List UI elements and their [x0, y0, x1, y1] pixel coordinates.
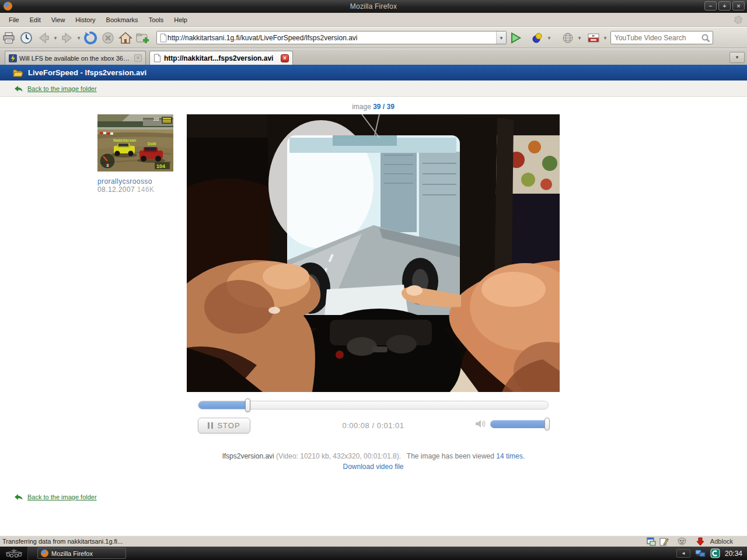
search-input[interactable] — [615, 34, 700, 42]
home-icon[interactable] — [118, 30, 133, 46]
minimize-button[interactable]: − — [704, 1, 717, 10]
thumbnail-image[interactable]: 3 Nakkitarzan DoN 2/2 104 — [97, 114, 173, 172]
gallery-header: LiveForSpeed - lfsps2version.avi — [0, 65, 747, 80]
address-input[interactable] — [167, 34, 496, 42]
taskbar-button-label: Mozilla Firefox — [51, 550, 93, 557]
menu-bar: File Edit View History Bookmarks Tools H… — [0, 13, 747, 27]
tab-list-dropdown-icon[interactable] — [729, 52, 745, 63]
menu-tools[interactable]: Tools — [144, 14, 169, 26]
status-text: Transferring data from nakkitartsani.1g.… — [2, 538, 647, 545]
image-counter: image 39 / 39 — [187, 103, 560, 111]
adblock-icon[interactable] — [696, 537, 704, 546]
thumb-speed-text: 104 — [156, 163, 165, 169]
globe-dropdown-icon[interactable] — [577, 32, 582, 44]
thumbnail-date: 08.12.2007 — [97, 186, 135, 194]
page-favicon — [153, 54, 161, 62]
extension-orbs-icon[interactable] — [530, 30, 545, 46]
add-folder-icon[interactable] — [135, 30, 151, 46]
tab-video-page[interactable]: http://nakkitart...fsps2version.avi — [149, 51, 293, 65]
greasemonkey-icon[interactable] — [677, 537, 687, 546]
video-frame-image — [187, 114, 560, 392]
folder-icon — [13, 69, 23, 77]
firefox-logo-icon — [4, 2, 12, 10]
back-to-folder-link[interactable]: Back to the image folder — [27, 85, 97, 92]
speaker-icon[interactable] — [475, 419, 487, 429]
window-status-icon[interactable] — [647, 537, 656, 546]
viewed-times-link[interactable]: 14 times. — [496, 452, 525, 460]
thumbnail-block: 3 Nakkitarzan DoN 2/2 104 prorallycsroos… — [97, 114, 179, 194]
go-icon[interactable] — [508, 30, 523, 46]
tab-close-icon[interactable] — [134, 54, 142, 62]
tray-clock: 20:34 — [725, 550, 742, 558]
back-dropdown-icon[interactable] — [53, 32, 58, 44]
forum-favicon — [9, 54, 17, 62]
tab-title: http://nakkitart...fsps2version.avi — [164, 54, 278, 62]
extension-dropdown-icon[interactable] — [546, 32, 552, 44]
image-counter-value: 39 / 39 — [373, 103, 395, 111]
menu-edit[interactable]: Edit — [25, 14, 46, 26]
back-arrow-icon — [14, 494, 23, 501]
volume-slider[interactable] — [490, 420, 549, 428]
forward-dropdown-icon[interactable] — [76, 32, 82, 44]
taskbar-firefox-button[interactable]: Mozilla Firefox — [37, 548, 126, 559]
close-button[interactable]: × — [732, 1, 745, 10]
page-icon — [159, 33, 167, 43]
menu-file[interactable]: File — [4, 14, 25, 26]
video-progress-bar[interactable] — [198, 401, 549, 410]
file-info-line: lfsps2version.avi (Video: 10210 kb, 432x… — [128, 452, 619, 460]
stop-icon[interactable] — [100, 30, 116, 46]
menu-help[interactable]: Help — [169, 14, 193, 26]
download-line: Download video file — [187, 463, 560, 471]
edit-pencil-icon[interactable] — [659, 537, 669, 546]
adblock-label[interactable]: Adblock — [710, 538, 743, 545]
thumb-lap-text: 2/2 — [153, 117, 159, 121]
back-to-folder-link-bottom[interactable]: Back to the image folder — [27, 494, 97, 501]
start-button[interactable] — [0, 547, 28, 560]
address-dropdown-icon[interactable] — [496, 32, 506, 44]
search-bar[interactable] — [610, 31, 713, 44]
video-progress-fill — [198, 401, 247, 409]
image-counter-label: image — [352, 103, 371, 111]
menu-history[interactable]: History — [70, 14, 100, 26]
volume-control — [475, 419, 549, 429]
menu-bookmarks[interactable]: Bookmarks — [101, 14, 144, 26]
thumbnail-meta: 08.12.2007 146K — [97, 186, 179, 194]
thumb-player1-text: Nakkitarzan — [113, 138, 136, 142]
search-engine-dropdown-icon[interactable] — [602, 32, 608, 44]
forward-icon[interactable] — [60, 30, 75, 46]
back-arrow-icon — [14, 85, 23, 92]
page-content: image 39 / 39 — [0, 97, 747, 536]
tray-collapse-icon[interactable] — [676, 549, 690, 558]
file-name: lfsps2version.avi — [222, 452, 274, 460]
tab-xbox-thread[interactable]: Will LFS be available on the xbox 360?..… — [5, 51, 146, 65]
thumbnail-link[interactable]: prorallycsroosso — [97, 177, 179, 186]
tab-close-icon[interactable] — [281, 54, 289, 62]
reload-icon[interactable] — [83, 30, 98, 46]
video-progress-handle[interactable] — [245, 398, 250, 412]
thumb-player2-text: DoN — [148, 142, 156, 146]
maximize-button[interactable]: + — [718, 1, 731, 10]
history-clock-icon[interactable] — [19, 30, 34, 46]
search-icon[interactable] — [701, 34, 710, 43]
tab-title: Will LFS be available on the xbox 360?..… — [19, 55, 132, 62]
menu-view[interactable]: View — [46, 14, 71, 26]
network-icon[interactable] — [695, 549, 706, 558]
print-icon[interactable] — [1, 30, 16, 46]
thumb-gear-text: 3 — [106, 163, 109, 168]
tray-app-icon[interactable] — [710, 548, 720, 558]
back-navigation-strip: Back to the image folder — [0, 80, 747, 97]
system-tray: 20:34 — [676, 548, 747, 558]
viewed-text: The image has been viewed — [407, 452, 494, 460]
address-bar[interactable] — [156, 31, 507, 44]
download-video-link[interactable]: Download video file — [343, 463, 403, 471]
globe-icon[interactable] — [560, 30, 575, 46]
volume-handle[interactable] — [544, 418, 550, 430]
page-title: LiveForSpeed - lfsps2version.avi — [28, 68, 146, 77]
video-player-frame[interactable] — [187, 114, 560, 392]
video-meta: (Video: 10210 kb, 432x320, 00:01:01.8). — [276, 452, 401, 460]
youtube-icon[interactable] — [586, 30, 601, 46]
back-icon[interactable] — [36, 30, 51, 46]
status-bar: Transferring data from nakkitartsani.1g.… — [0, 536, 747, 547]
tab-bar: Will LFS be available on the xbox 360?..… — [0, 49, 747, 65]
taskbar: Mozilla Firefox 20:34 — [0, 547, 747, 560]
